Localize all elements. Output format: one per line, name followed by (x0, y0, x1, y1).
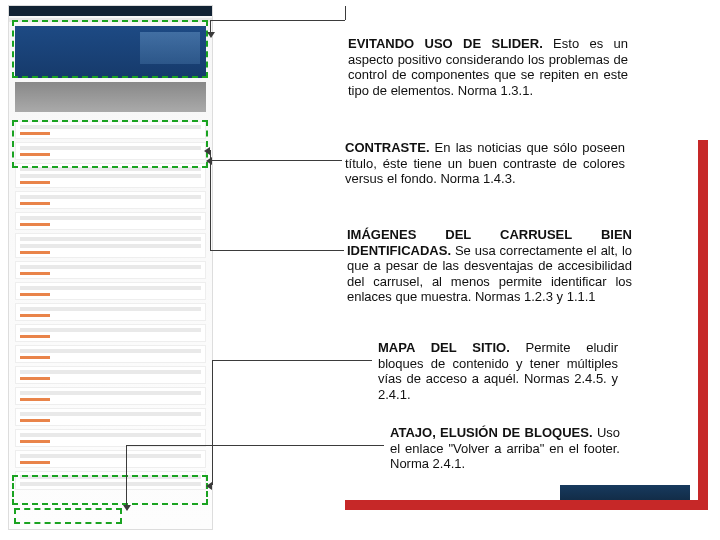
thumb-section (15, 366, 206, 384)
annotation-mapa-lead: MAPA DEL SITIO. (378, 340, 510, 355)
red-bar-right (698, 140, 708, 510)
annotation-mapa: MAPA DEL SITIO. Permite eludir bloques d… (378, 340, 618, 402)
slide: EVITANDO USO DE SLIDER. Esto es un aspec… (0, 0, 720, 540)
thumb-section (15, 282, 206, 300)
red-bar-bottom (345, 500, 698, 510)
annotation-carrusel: IMÁGENES DEL CARRUSEL BIEN IDENTIFICADAS… (347, 227, 632, 305)
highlight-footer-links (12, 475, 208, 505)
thumb-list (9, 116, 212, 499)
webpage-thumbnail (8, 5, 213, 530)
highlight-hero (12, 20, 208, 78)
thumb-section (15, 261, 206, 279)
thumb-section (15, 450, 206, 468)
annotation-atajo-lead: ATAJO, ELUSIÓN DE BLOQUES. (390, 425, 593, 440)
thumb-section (15, 191, 206, 209)
thumb-section (15, 233, 206, 258)
thumb-section (15, 408, 206, 426)
thumb-section (15, 345, 206, 363)
thumb-hero-secondary (15, 82, 206, 112)
annotation-slider-lead: EVITANDO USO DE SLIDER. (348, 36, 543, 51)
annotation-atajo: ATAJO, ELUSIÓN DE BLOQUES. Uso el enlace… (390, 425, 620, 472)
annotation-contraste: CONTRASTE. En las noticias que sólo pose… (345, 140, 625, 187)
thumb-section (15, 212, 206, 230)
thumb-section (15, 303, 206, 321)
highlight-carousel (12, 120, 208, 168)
thumb-section (15, 324, 206, 342)
annotation-contraste-lead: CONTRASTE. (345, 140, 430, 155)
highlight-back-to-top (14, 508, 122, 524)
thumb-topbar (9, 6, 212, 16)
annotation-slider: EVITANDO USO DE SLIDER. Esto es un aspec… (348, 36, 628, 98)
thumb-section (15, 387, 206, 405)
